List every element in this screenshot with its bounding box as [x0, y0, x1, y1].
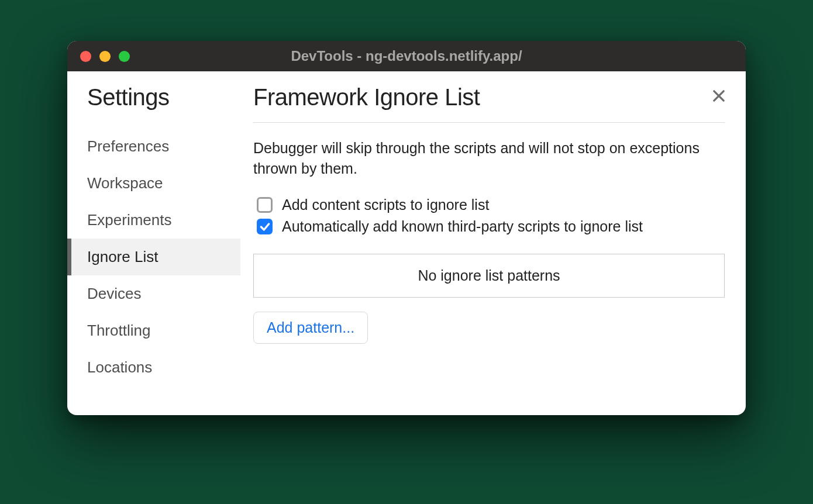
window-title: DevTools - ng-devtools.netlify.app/	[291, 48, 522, 64]
sidebar-heading: Settings	[87, 84, 240, 111]
window-titlebar: DevTools - ng-devtools.netlify.app/	[67, 41, 746, 71]
checkbox-unchecked-icon[interactable]	[257, 197, 273, 213]
option-label: Add content scripts to ignore list	[282, 196, 489, 213]
settings-panel: Framework Ignore List Debugger will skip…	[240, 84, 746, 415]
add-pattern-button[interactable]: Add pattern...	[253, 312, 368, 344]
checkbox-checked-icon[interactable]	[257, 219, 273, 234]
settings-sidebar: Settings Preferences Workspace Experimen…	[67, 84, 240, 415]
panel-description: Debugger will skip through the scripts a…	[253, 138, 725, 179]
sidebar-item-throttling[interactable]: Throttling	[67, 312, 240, 349]
option-add-content-scripts[interactable]: Add content scripts to ignore list	[257, 196, 725, 213]
traffic-lights	[80, 51, 130, 62]
sidebar-item-workspace[interactable]: Workspace	[67, 165, 240, 202]
settings-content: Settings Preferences Workspace Experimen…	[67, 71, 746, 415]
sidebar-item-label: Devices	[87, 285, 141, 302]
minimize-window-button[interactable]	[99, 51, 111, 62]
add-pattern-label: Add pattern...	[267, 319, 354, 336]
sidebar-item-label: Ignore List	[87, 248, 158, 265]
ignore-list-options: Add content scripts to ignore list Autom…	[257, 196, 725, 235]
close-window-button[interactable]	[80, 51, 91, 62]
sidebar-item-label: Throttling	[87, 322, 150, 339]
sidebar-item-ignore-list[interactable]: Ignore List	[67, 239, 240, 275]
sidebar-item-label: Experiments	[87, 211, 172, 229]
sidebar-item-locations[interactable]: Locations	[67, 349, 240, 386]
ignore-list-patterns-box: No ignore list patterns	[253, 254, 725, 298]
sidebar-item-preferences[interactable]: Preferences	[67, 128, 240, 165]
sidebar-item-label: Workspace	[87, 174, 163, 192]
panel-heading: Framework Ignore List	[253, 84, 725, 123]
option-label: Automatically add known third-party scri…	[282, 218, 643, 235]
sidebar-item-label: Locations	[87, 358, 152, 376]
settings-nav: Preferences Workspace Experiments Ignore…	[87, 128, 240, 386]
option-auto-add-third-party[interactable]: Automatically add known third-party scri…	[257, 218, 725, 235]
devtools-settings-window: DevTools - ng-devtools.netlify.app/ Sett…	[67, 41, 746, 415]
sidebar-item-devices[interactable]: Devices	[67, 275, 240, 312]
sidebar-item-experiments[interactable]: Experiments	[67, 202, 240, 239]
maximize-window-button[interactable]	[119, 51, 130, 62]
sidebar-item-label: Preferences	[87, 137, 169, 155]
close-icon[interactable]	[711, 88, 727, 104]
patterns-empty-label: No ignore list patterns	[418, 267, 560, 284]
